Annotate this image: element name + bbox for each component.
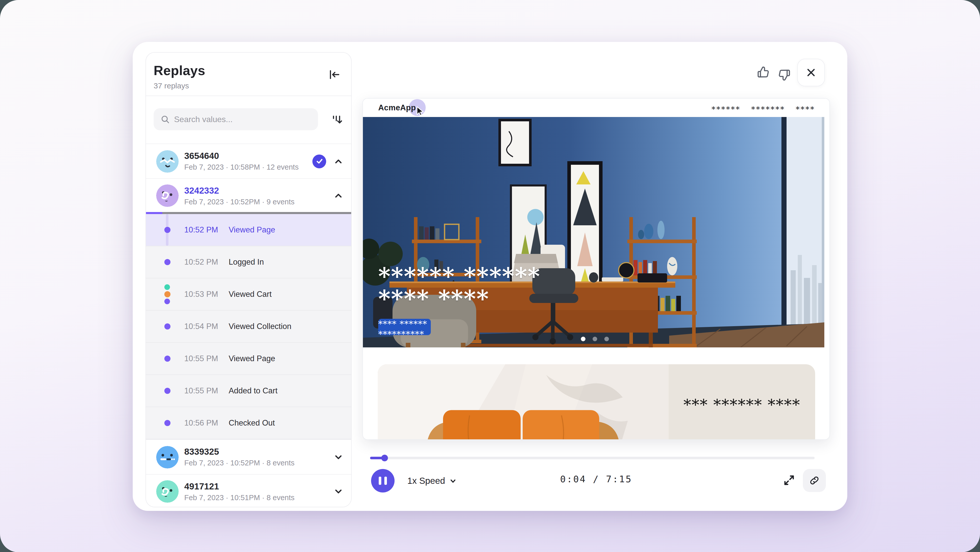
event-dot [164,259,170,265]
event-dot [164,420,170,426]
chevron-up-icon[interactable] [334,156,343,166]
replays-sidebar: Replays 37 replays [145,52,352,507]
chevron-down-icon[interactable] [334,452,343,461]
product-image-orange-sofa [378,364,669,440]
close-button[interactable] [797,59,825,86]
event-timeline: 10:52 PM Viewed Page 10:52 PM Logged In … [146,214,351,439]
masked-hero-heading-line1: ****** ****** [378,265,540,288]
time-display: 0:04 / 7:15 [535,474,657,484]
avatar [156,184,179,207]
masked-hero-heading-line2: **** **** [378,287,489,311]
event-dot [164,388,170,394]
session-row-active[interactable]: 3242332 Feb 7, 2023 · 10:52PM · 9 events [146,178,351,212]
session-id: 3242332 [184,185,219,196]
event-name: Viewed Collection [229,322,291,331]
event-name: Viewed Page [229,354,275,363]
carousel-dot[interactable] [605,337,609,341]
event-time: 10:53 PM [184,290,218,299]
app-background: Replays 37 replays [0,0,980,552]
event-dot-orange [164,291,170,297]
event-dot [164,323,170,330]
site-logo: AcmeApp [378,103,416,112]
carousel-dot-active[interactable] [581,337,585,341]
pause-icon [384,477,387,485]
sidebar-header: Replays 37 replays [146,53,351,96]
replay-viewport: AcmeApp ****** ******* **** [363,98,830,440]
screen: Replays 37 replays [0,0,980,552]
event-time: 10:54 PM [184,322,218,331]
session-progress-track [162,212,351,214]
session-row[interactable]: 8339325 Feb 7, 2023 · 10:52PM · 8 events [146,439,351,474]
masked-nav-links[interactable]: ****** ******* **** [711,105,815,114]
link-icon [809,475,820,486]
event-dot-teal [164,284,170,290]
session-progress-bar[interactable] [146,212,351,214]
product-section: *** ****** **** [378,364,815,440]
session-meta: Feb 7, 2023 · 10:52PM · 9 events [184,198,294,206]
masked-button-label: **** ****** ********** [378,319,431,339]
avatar [156,150,179,172]
playback-progress-bar[interactable] [370,457,815,459]
event-row[interactable]: 10:54 PM Viewed Collection [146,311,351,343]
event-row[interactable]: 10:56 PM Checked Out [146,407,351,439]
event-time: 10:52 PM [184,225,218,235]
event-dot [164,356,170,362]
replay-cursor-icon [416,106,426,116]
speed-label: 1x Speed [407,475,445,486]
session-row[interactable]: 3654640 Feb 7, 2023 · 10:58PM · 12 event… [146,144,351,178]
chevron-up-icon[interactable] [334,191,343,200]
pause-icon [379,477,381,485]
page-title: Replays [154,63,342,79]
session-meta: Feb 7, 2023 · 10:58PM · 12 events [184,163,299,171]
chevron-down-icon[interactable] [334,487,343,496]
fullscreen-expand-icon[interactable] [783,474,796,487]
replay-modal: Replays 37 replays [133,42,847,511]
search-box[interactable] [154,108,318,130]
event-time: 10:55 PM [184,354,218,363]
event-row-selected[interactable]: 10:52 PM Viewed Page [146,214,351,246]
carousel-dots [581,337,609,341]
event-row[interactable]: 10:52 PM Logged In [146,246,351,278]
thumbs-down-icon[interactable] [777,68,791,82]
event-name: Logged In [229,257,264,267]
session-progress-fill [146,212,162,214]
masked-product-text: *** ****** **** [683,396,800,414]
event-time: 10:52 PM [184,257,218,267]
event-row[interactable]: 10:55 PM Viewed Page [146,343,351,375]
product-text-panel: *** ****** **** [669,364,815,440]
chevron-down-icon [450,477,456,484]
event-row[interactable]: 10:55 PM Added to Cart [146,375,351,407]
search-input[interactable] [174,115,302,124]
thumbs-up-icon[interactable] [756,65,770,79]
session-meta: Feb 7, 2023 · 10:52PM · 8 events [184,459,294,467]
replayed-site-header: AcmeApp ****** ******* **** [363,99,829,117]
pause-button[interactable] [371,469,395,493]
event-name: Viewed Page [229,225,275,235]
session-list: 3654640 Feb 7, 2023 · 10:58PM · 12 event… [146,144,351,507]
session-id: 4917121 [184,481,219,492]
event-row[interactable]: 10:53 PM Viewed Cart [146,278,351,311]
playback-progress-knob[interactable] [381,455,388,461]
avatar [156,446,179,468]
event-name: Viewed Cart [229,290,272,299]
copy-link-button[interactable] [803,469,826,492]
search-section [146,96,351,144]
search-icon [161,115,169,124]
replay-count: 37 replays [154,81,342,90]
session-meta: Feb 7, 2023 · 10:51PM · 8 events [184,493,294,502]
event-name: Checked Out [229,418,275,428]
carousel-dot[interactable] [593,337,597,341]
session-row[interactable]: 4917121 Feb 7, 2023 · 10:51PM · 8 events [146,474,351,507]
sort-descending-icon[interactable] [331,113,344,126]
hero-cta-button[interactable]: **** ****** ********** [378,319,431,335]
session-id: 3654640 [184,151,219,161]
event-dot-purple [164,298,170,304]
check-icon [316,158,323,165]
event-time: 10:56 PM [184,418,218,428]
speed-selector[interactable]: 1x Speed [407,469,456,493]
collapse-panel-icon[interactable] [328,68,341,81]
event-time: 10:55 PM [184,386,218,396]
event-dot [164,227,170,233]
session-id: 8339325 [184,447,219,457]
close-icon [806,67,816,78]
